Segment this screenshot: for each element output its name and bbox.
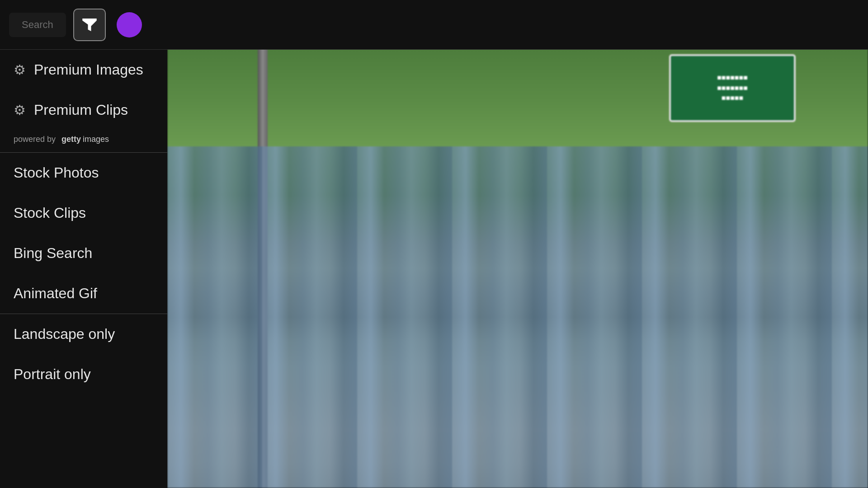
getty-bold: getty	[61, 135, 81, 144]
stock-photos-item[interactable]: Stock Photos	[0, 153, 167, 193]
premium-clips-item[interactable]: ⚙ Premium Clips	[0, 90, 167, 130]
road-sign-text: ■■■■■■■■■■■■■■■■■■■	[717, 73, 748, 103]
stock-clips-item[interactable]: Stock Clips	[0, 193, 167, 233]
sidebar: Search ⚙ Premium Images ⚙ Premium Clips …	[0, 0, 167, 488]
purple-dot	[117, 12, 142, 38]
bing-search-item[interactable]: Bing Search	[0, 233, 167, 273]
orientation-section: Landscape only Portrait only	[0, 314, 167, 394]
road-sign: ■■■■■■■■■■■■■■■■■■■	[669, 54, 796, 122]
background-image: ■■■■■■■■■■■■■■■■■■■	[167, 0, 868, 488]
portrait-only-item[interactable]: Portrait only	[0, 354, 167, 394]
premium-section: ⚙ Premium Images ⚙ Premium Clips powered…	[0, 50, 167, 152]
top-bar	[167, 0, 868, 50]
portrait-only-label: Portrait only	[14, 366, 91, 383]
bing-search-label: Bing Search	[14, 245, 92, 262]
sidebar-header: Search	[0, 0, 167, 50]
landscape-only-item[interactable]: Landscape only	[0, 314, 167, 354]
landscape-only-label: Landscape only	[14, 326, 115, 343]
search-button[interactable]: Search	[9, 13, 66, 37]
main-menu-section: Stock Photos Stock Clips Bing Search Ani…	[0, 153, 167, 314]
animated-gif-item[interactable]: Animated Gif	[0, 273, 167, 314]
stock-photos-label: Stock Photos	[14, 164, 99, 181]
powered-by: powered by gettyimages	[0, 130, 167, 152]
main-content: ■■■■■■■■■■■■■■■■■■■	[167, 0, 868, 488]
premium-clips-label: Premium Clips	[34, 102, 128, 118]
premium-images-icon: ⚙	[14, 62, 26, 78]
stock-clips-label: Stock Clips	[14, 205, 86, 221]
filter-icon	[80, 15, 99, 34]
animated-gif-label: Animated Gif	[14, 285, 97, 302]
premium-images-label: Premium Images	[34, 61, 143, 78]
filter-button[interactable]	[73, 9, 106, 41]
premium-images-item[interactable]: ⚙ Premium Images	[0, 50, 167, 90]
getty-thin: images	[83, 135, 109, 144]
cars-overlay	[167, 146, 868, 488]
premium-clips-icon: ⚙	[14, 102, 26, 118]
